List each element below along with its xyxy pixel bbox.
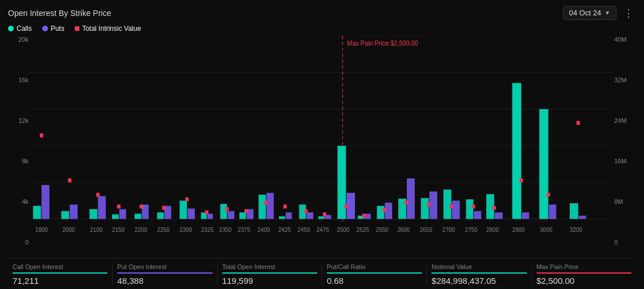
svg-rect-39 xyxy=(266,193,274,219)
svg-rect-51 xyxy=(346,193,355,219)
svg-rect-62 xyxy=(421,198,429,219)
svg-rect-73 xyxy=(493,206,496,210)
svg-rect-26 xyxy=(179,200,187,219)
stat-underline-3 xyxy=(327,272,422,274)
svg-rect-38 xyxy=(258,195,266,219)
stat-put-call-ratio: Put/Call Ratio 0.68 xyxy=(322,263,427,286)
svg-text:2350: 2350 xyxy=(219,226,231,234)
legend-tiv: Total Intrinsic Value xyxy=(75,25,141,33)
svg-text:2800: 2800 xyxy=(486,226,499,234)
svg-rect-16 xyxy=(96,193,99,197)
svg-rect-76 xyxy=(519,178,523,182)
tiv-label: Total Intrinsic Value xyxy=(82,25,141,33)
chevron-down-icon: ▼ xyxy=(605,10,610,16)
svg-rect-75 xyxy=(522,212,529,219)
svg-rect-69 xyxy=(474,211,481,219)
stat-value-3: 0.68 xyxy=(327,276,422,286)
svg-text:2650: 2650 xyxy=(420,226,433,234)
svg-rect-10 xyxy=(40,133,43,137)
svg-rect-17 xyxy=(112,214,119,219)
stat-call-open-interest: Call Open Interest 71,211 xyxy=(8,263,113,286)
stat-label-1: Put Open Interest xyxy=(117,263,212,270)
svg-rect-12 xyxy=(70,204,78,219)
svg-text:2750: 2750 xyxy=(465,226,478,234)
svg-text:3000: 3000 xyxy=(540,226,553,234)
svg-rect-20 xyxy=(134,214,141,219)
svg-rect-41 xyxy=(279,216,285,219)
stat-label-4: Notional Value xyxy=(431,263,526,270)
svg-rect-11 xyxy=(61,211,69,219)
svg-rect-80 xyxy=(570,203,578,219)
svg-text:2600: 2600 xyxy=(397,226,410,234)
svg-rect-61 xyxy=(405,200,408,204)
header: Open Interest By Strike Price 04 Oct 24 … xyxy=(8,6,636,20)
svg-rect-31 xyxy=(205,210,209,214)
calls-dot-icon xyxy=(8,26,14,31)
svg-rect-64 xyxy=(427,203,430,207)
stat-put-open-interest: Put Open Interest 48,388 xyxy=(113,263,217,286)
svg-rect-56 xyxy=(377,206,385,219)
legend-calls: Calls xyxy=(8,25,32,33)
puts-dot-icon xyxy=(42,26,48,31)
svg-rect-65 xyxy=(443,190,451,219)
chart-legend: Calls Puts Total Intrinsic Value xyxy=(8,25,636,33)
svg-text:3200: 3200 xyxy=(570,226,582,234)
svg-rect-74 xyxy=(512,83,521,219)
svg-text:2375: 2375 xyxy=(238,226,250,234)
svg-rect-34 xyxy=(225,207,229,211)
stat-label-5: Max Pain Price xyxy=(537,263,631,270)
svg-rect-35 xyxy=(239,212,246,219)
svg-rect-15 xyxy=(98,196,106,219)
svg-rect-58 xyxy=(383,208,386,212)
svg-text:2700: 2700 xyxy=(442,226,455,234)
tiv-dot-icon xyxy=(75,26,79,31)
svg-rect-82 xyxy=(577,121,580,125)
svg-rect-67 xyxy=(450,204,453,208)
svg-text:2250: 2250 xyxy=(157,226,170,234)
calls-label: Calls xyxy=(17,25,32,33)
svg-rect-9 xyxy=(42,185,50,219)
svg-rect-49 xyxy=(323,212,326,216)
svg-text:2000: 2000 xyxy=(62,226,75,234)
svg-rect-37 xyxy=(245,209,248,213)
svg-rect-55 xyxy=(362,214,366,218)
stat-value-1: 48,388 xyxy=(117,276,212,286)
svg-rect-19 xyxy=(117,204,121,208)
svg-rect-22 xyxy=(139,204,143,208)
svg-text:Max Pain Price $2,500.00: Max Pain Price $2,500.00 xyxy=(347,39,418,47)
svg-text:2325: 2325 xyxy=(201,226,214,234)
puts-label: Puts xyxy=(51,25,65,33)
y-axis-right: 40M 32M 24M 16M 8M 0 xyxy=(612,36,636,258)
svg-rect-27 xyxy=(187,208,195,219)
svg-rect-81 xyxy=(579,216,586,219)
more-options-button[interactable]: ⋮ xyxy=(621,7,636,19)
svg-text:2200: 2200 xyxy=(134,226,147,234)
date-picker-button[interactable]: 04 Oct 24 ▼ xyxy=(563,6,617,20)
svg-rect-63 xyxy=(429,191,437,219)
svg-rect-66 xyxy=(452,200,460,219)
stat-value-5: $2,500.00 xyxy=(537,276,631,286)
svg-rect-77 xyxy=(539,109,549,219)
stat-value-0: 71,211 xyxy=(13,276,107,286)
svg-rect-33 xyxy=(227,211,234,219)
svg-text:2100: 2100 xyxy=(90,226,103,234)
svg-text:2425: 2425 xyxy=(278,226,291,234)
stat-underline-1 xyxy=(117,272,212,274)
legend-puts: Puts xyxy=(42,25,65,33)
stat-underline-4 xyxy=(431,272,526,274)
svg-rect-70 xyxy=(471,204,475,208)
stat-label-0: Call Open Interest xyxy=(13,263,107,270)
svg-rect-72 xyxy=(495,212,503,219)
svg-rect-47 xyxy=(318,216,325,219)
y-axis-left: 20k 16k 12k 8k 4k 0 xyxy=(8,36,29,258)
svg-rect-25 xyxy=(162,206,166,210)
main-container: Open Interest By Strike Price 04 Oct 24 … xyxy=(0,0,644,289)
svg-rect-46 xyxy=(304,209,307,213)
svg-rect-42 xyxy=(286,212,292,219)
svg-text:2300: 2300 xyxy=(179,226,192,234)
svg-rect-13 xyxy=(68,178,71,182)
svg-rect-52 xyxy=(344,204,347,208)
page-title: Open Interest By Strike Price xyxy=(8,9,111,18)
stat-max-pain-price: Max Pain Price $2,500.00 xyxy=(532,263,636,286)
svg-rect-32 xyxy=(220,204,227,219)
